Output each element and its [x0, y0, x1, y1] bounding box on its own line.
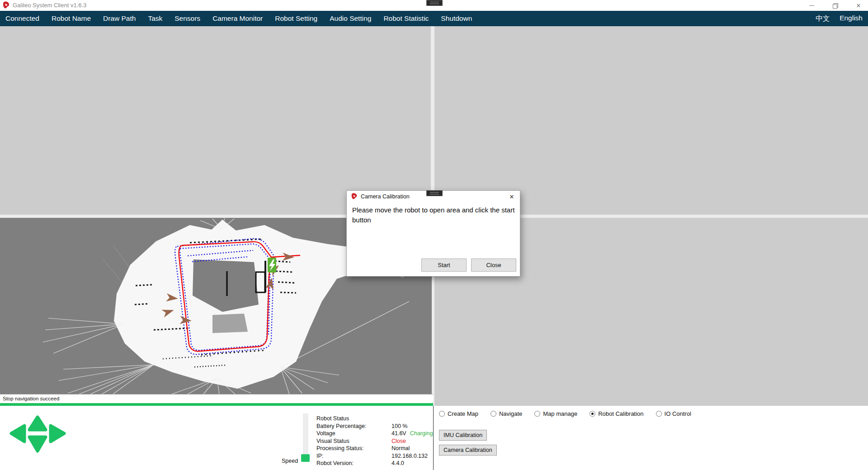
status-row-visual: Visual Status Close	[316, 437, 433, 445]
lang-english[interactable]: English	[840, 14, 863, 24]
speed-slider-handle[interactable]	[301, 454, 310, 462]
close-button[interactable]: ✕	[854, 0, 863, 10]
restore-icon	[833, 3, 837, 8]
minimize-icon	[809, 5, 814, 6]
menu-bar: Connected Robot Name Draw Path Task Sens…	[0, 11, 868, 26]
status-message: Stop navigation succeed	[3, 396, 59, 401]
window-title: Galileo System Client v1.6.3	[13, 2, 86, 9]
radio-robot-calibration[interactable]: Robot Calibration	[590, 410, 643, 417]
radio-navigate[interactable]: Navigate	[491, 410, 522, 417]
menu-task[interactable]: Task	[148, 14, 162, 23]
processing-status-value: Normal	[392, 445, 410, 452]
app-logo-icon	[2, 1, 10, 9]
teleop-dpad	[5, 410, 72, 460]
ip-value: 192.168.0.132	[392, 452, 428, 460]
status-row-voltage: Voltage 41.6V Charging	[316, 430, 433, 437]
menu-robot-name[interactable]: Robot Name	[52, 14, 91, 23]
charging-station-icon	[268, 258, 276, 273]
radio-io-control[interactable]: IO Control	[656, 410, 691, 417]
app-logo-icon	[351, 193, 358, 200]
dialog-start-button[interactable]: Start	[421, 258, 467, 272]
move-down-button[interactable]	[29, 437, 46, 451]
status-row-processing: Processing Status: Normal	[316, 445, 433, 452]
status-row-ip: IP: 192.168.0.132	[316, 452, 433, 460]
radio-circle-icon	[491, 411, 496, 417]
menu-camera-monitor[interactable]: Camera Monitor	[212, 14, 263, 23]
menu-shutdown[interactable]: Shutdown	[441, 14, 472, 23]
radio-circle-icon	[439, 411, 445, 417]
camera-calibration-dialog: Camera Calibration ✕ Please move the rob…	[346, 190, 520, 277]
imu-calibration-button[interactable]: IMU Calibration	[439, 430, 487, 441]
camera-calibration-button[interactable]: Camera Calibration	[439, 445, 497, 456]
galileo-client-window: Galileo System Client v1.6.3 ✕ Connected…	[0, 0, 868, 470]
menu-sensors[interactable]: Sensors	[175, 14, 200, 23]
bottom-panel	[0, 406, 868, 470]
minimize-button[interactable]	[807, 0, 816, 10]
move-right-button[interactable]	[51, 426, 64, 442]
dialog-message: Please move the robot to open area and c…	[352, 205, 515, 225]
robot-status-title: Robot Status	[316, 415, 392, 423]
menu-robot-statistic[interactable]: Robot Statistic	[383, 14, 429, 23]
dialog-close-button[interactable]: ✕	[508, 193, 516, 201]
radio-create-map[interactable]: Create Map	[439, 410, 478, 417]
menu-audio-setting[interactable]: Audio Setting	[330, 14, 371, 23]
dialog-close-action-button[interactable]: Close	[471, 258, 516, 272]
lang-chinese[interactable]: 中文	[816, 14, 830, 24]
dialog-title: Camera Calibration	[361, 193, 410, 200]
close-icon: ✕	[856, 2, 861, 9]
voltage-value: 41.6V	[392, 430, 406, 437]
charging-badge: Charging	[410, 430, 433, 437]
bottom-panel-divider	[433, 406, 434, 470]
restore-button[interactable]	[830, 0, 840, 10]
visual-status-value: Close	[392, 437, 406, 445]
menu-connected[interactable]: Connected	[5, 14, 39, 23]
battery-value: 100 %	[392, 423, 407, 430]
screen-recorder-handle[interactable]	[426, 0, 443, 6]
speed-slider-track[interactable]	[303, 414, 308, 459]
status-row-version: Robot Version: 4.4.0	[316, 460, 433, 467]
robot-status-panel: Robot Status Battery Percentage: 100 % V…	[316, 415, 433, 467]
menu-robot-setting[interactable]: Robot Setting	[275, 14, 317, 23]
speed-label: Speed	[282, 458, 298, 464]
move-left-button[interactable]	[11, 426, 24, 442]
radio-map-manage[interactable]: Map manage	[534, 410, 577, 417]
radio-circle-icon	[656, 411, 662, 417]
robot-version-value: 4.4.0	[392, 460, 404, 467]
status-message-bar: Stop navigation succeed	[0, 394, 433, 403]
dialog-recorder-handle[interactable]	[426, 190, 443, 196]
mode-radio-group: Create Map Navigate Map manage Robot Cal…	[439, 410, 691, 417]
radio-circle-icon	[590, 411, 595, 417]
menu-draw-path[interactable]: Draw Path	[103, 14, 136, 23]
status-row-battery: Battery Percentage: 100 %	[316, 423, 433, 430]
move-up-button[interactable]	[29, 417, 46, 430]
radio-circle-icon	[534, 411, 540, 417]
